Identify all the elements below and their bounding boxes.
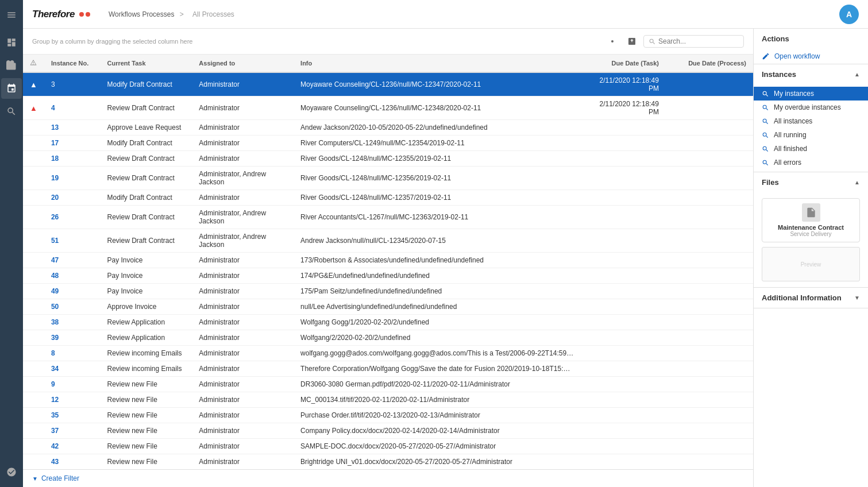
additional-info-header[interactable]: Additional Information ▼ (754, 288, 868, 308)
nav-workflows[interactable] (1, 78, 22, 99)
table-row[interactable]: ▲ 4 Review Draft Contract Administrator … (23, 96, 753, 120)
alert-cell (23, 229, 44, 253)
assigned-cell: Administrator (192, 253, 294, 268)
additional-info-chevron[interactable]: ▼ (854, 295, 860, 301)
info-cell: 173/Robertson & Associates/undefined/und… (294, 253, 581, 268)
file-card[interactable]: Maintenance Contract Service Delivery (762, 198, 860, 242)
col-header-info[interactable]: Info (294, 55, 581, 72)
filter-all-errors-label: All errors (774, 159, 801, 167)
due-task-cell (581, 392, 666, 408)
instance-number: 12 (51, 396, 59, 404)
col-header-assigned[interactable]: Assigned to (192, 55, 294, 72)
instances-chevron[interactable]: ▲ (854, 71, 860, 78)
due-process-cell (666, 136, 753, 151)
table-row[interactable]: 42 Review new File Administrator SAMPLE-… (23, 439, 753, 454)
info-cell: MC_000134.tif/tif/2020-02-11/2020-02-11/… (294, 392, 581, 408)
table-row[interactable]: 38 Review Application Administrator Wolf… (23, 315, 753, 330)
task-cell: Review Application (100, 330, 192, 346)
due-process-cell (666, 151, 753, 167)
files-header: Files ▲ (754, 172, 868, 192)
nav-settings[interactable] (1, 462, 22, 482)
assigned-cell: Administrator (192, 361, 294, 377)
instance-cell: 8 (44, 346, 101, 361)
instance-cell: 18 (44, 151, 101, 167)
table-row[interactable]: 12 Review new File Administrator MC_0001… (23, 392, 753, 408)
table-row[interactable]: 39 Review Application Administrator Wolf… (23, 330, 753, 346)
alert-cell (23, 120, 44, 136)
table-row[interactable]: 17 Modify Draft Contract Administrator R… (23, 136, 753, 151)
logo-dots (79, 12, 90, 17)
footer-bar[interactable]: ▼ Create Filter (23, 469, 753, 487)
instance-cell: 35 (44, 408, 101, 423)
table-row[interactable]: ▲ 3 Modify Draft Contract Administrator … (23, 72, 753, 96)
instance-number: 34 (51, 365, 59, 373)
due-task-cell (581, 268, 666, 284)
logo-dot-red (79, 12, 84, 17)
due-process-cell (666, 167, 753, 190)
files-chevron[interactable]: ▲ (854, 179, 860, 185)
view-toggle-button[interactable] (604, 33, 620, 49)
export-button[interactable] (624, 33, 640, 49)
left-sidebar (0, 0, 23, 487)
nav-documents[interactable] (1, 55, 22, 76)
alert-cell (23, 167, 44, 190)
filter-all-instances[interactable]: All instances (754, 114, 868, 128)
instance-cell: 38 (44, 315, 101, 330)
table-scroll: Instance No. Current Task Assigned to In… (23, 55, 753, 469)
table-row[interactable]: 8 Review incoming Emails Administrator w… (23, 346, 753, 361)
nav-search[interactable] (1, 101, 22, 122)
filter-my-instances[interactable]: My instances (754, 87, 868, 101)
alert-cell (23, 206, 44, 229)
alert-cell: ▲ (23, 96, 44, 120)
alert-cell (23, 136, 44, 151)
filter-all-finished[interactable]: All finished (754, 142, 868, 156)
instance-cell: 3 (44, 72, 101, 96)
table-row[interactable]: 37 Review new File Administrator Company… (23, 423, 753, 439)
table-row[interactable]: 34 Review incoming Emails Administrator … (23, 361, 753, 377)
table-row[interactable]: 9 Review new File Administrator DR3060-3… (23, 377, 753, 392)
table-row[interactable]: 43 Review new File Administrator Brightr… (23, 454, 753, 470)
instance-number: 18 (51, 154, 59, 163)
col-header-due-task[interactable]: Due Date (Task) (581, 55, 666, 72)
table-row[interactable]: 49 Pay Invoice Administrator 175/Pam Sei… (23, 284, 753, 299)
filter-all-running[interactable]: All running (754, 128, 868, 142)
breadcrumb-parent[interactable]: Workflows Processes (109, 10, 174, 18)
filter-all-errors[interactable]: All errors (754, 156, 868, 169)
instance-number: 38 (51, 318, 59, 326)
assigned-cell: Administrator (192, 377, 294, 392)
table-row[interactable]: 19 Review Draft Contract Administrator, … (23, 167, 753, 190)
search-input[interactable] (658, 37, 739, 45)
create-filter-label[interactable]: Create Filter (41, 474, 79, 482)
table-row[interactable]: 20 Modify Draft Contract Administrator R… (23, 190, 753, 206)
due-task-cell: 2/11/2020 12:18:49 PM (581, 96, 666, 120)
alert-icon: ▲ (30, 104, 37, 113)
nav-menu[interactable] (1, 5, 22, 25)
filter-icon: ▼ (32, 476, 38, 482)
col-header-task[interactable]: Current Task (100, 55, 192, 72)
alert-cell (23, 392, 44, 408)
col-header-alert[interactable] (23, 55, 44, 72)
task-cell: Review incoming Emails (100, 346, 192, 361)
filter-my-overdue[interactable]: My overdue instances (754, 101, 868, 114)
table-row[interactable]: 51 Review Draft Contract Administrator, … (23, 229, 753, 253)
table-row[interactable]: 47 Pay Invoice Administrator 173/Roberts… (23, 253, 753, 268)
table-row[interactable]: 50 Approve Invoice Administrator null/Le… (23, 299, 753, 315)
instance-cell: 12 (44, 392, 101, 408)
instance-cell: 50 (44, 299, 101, 315)
user-avatar[interactable]: A (839, 5, 859, 24)
table-row[interactable]: 35 Review new File Administrator Purchas… (23, 408, 753, 423)
open-workflow-button[interactable]: Open workflow (754, 49, 868, 64)
due-task-cell (581, 136, 666, 151)
instance-cell: 9 (44, 377, 101, 392)
search-icon (649, 38, 656, 45)
table-row[interactable]: 18 Review Draft Contract Administrator R… (23, 151, 753, 167)
instances-title: Instances (762, 70, 796, 79)
table-row[interactable]: 26 Review Draft Contract Administrator, … (23, 206, 753, 229)
alert-cell (23, 377, 44, 392)
table-row[interactable]: 48 Pay Invoice Administrator 174/PG&E/un… (23, 268, 753, 284)
col-header-due-process[interactable]: Due Date (Process) (666, 55, 753, 72)
instance-number: 17 (51, 139, 59, 147)
col-header-instance[interactable]: Instance No. (44, 55, 101, 72)
nav-dashboard[interactable] (1, 32, 22, 53)
table-row[interactable]: 13 Approve Leave Request Administrator A… (23, 120, 753, 136)
